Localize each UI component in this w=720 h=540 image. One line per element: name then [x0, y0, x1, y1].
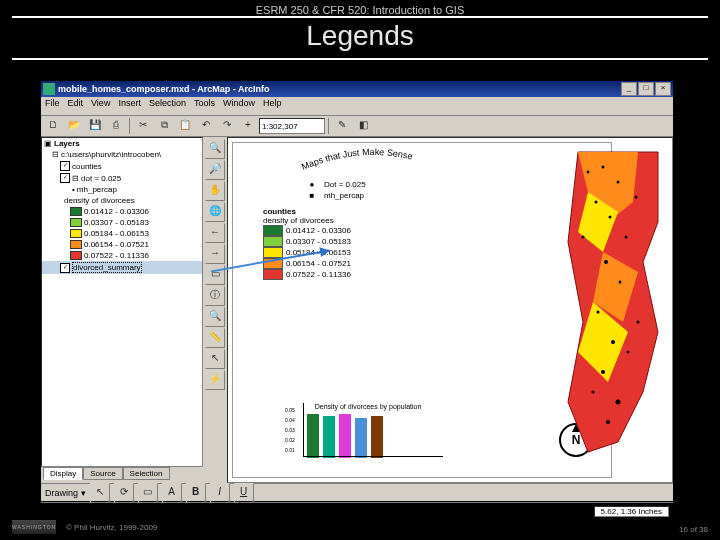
menu-selection[interactable]: Selection: [149, 98, 186, 114]
toc-class-0: 0.01412 - 0.03306: [84, 207, 149, 216]
status-bar: 5.62, 1.36 Inches: [41, 502, 673, 519]
pointer-icon[interactable]: ↖: [205, 349, 225, 369]
svg-point-4: [595, 201, 598, 204]
svg-point-3: [617, 181, 620, 184]
tab-source[interactable]: Source: [83, 467, 122, 480]
maximize-button[interactable]: □: [638, 82, 654, 96]
menu-edit[interactable]: Edit: [68, 98, 84, 114]
pan-icon[interactable]: ✋: [205, 181, 225, 201]
close-button[interactable]: ×: [655, 82, 671, 96]
bar-3: [355, 418, 367, 458]
bar-2: [339, 414, 351, 458]
arcmap-window: mobile_homes_composer.mxd - ArcMap - Arc…: [40, 80, 674, 502]
map-title-arc: Maps that Just Make Sense: [293, 145, 453, 175]
catalog-icon[interactable]: ◧: [353, 116, 373, 136]
cut-icon[interactable]: ✂: [133, 116, 153, 136]
menu-file[interactable]: File: [45, 98, 60, 114]
svg-point-16: [592, 391, 595, 394]
toc-theme: density of divorcees: [64, 196, 135, 205]
bar-1: [323, 416, 335, 458]
svg-point-17: [625, 236, 628, 239]
toc-layer-mh[interactable]: mh_percap: [77, 185, 117, 194]
svg-point-2: [602, 166, 605, 169]
drawing-toolbar: Drawing ▾ ↖ ⟳ ▭ A B I U: [41, 483, 673, 502]
full-extent-icon[interactable]: 🌐: [205, 202, 225, 222]
toc-class-3: 0.06154 - 0.07521: [84, 240, 149, 249]
app-icon: [43, 83, 55, 95]
svg-point-18: [635, 196, 638, 199]
svg-point-1: [587, 171, 590, 174]
bar-0: [307, 414, 319, 458]
toc-class-1: 0.03307 - 0.05183: [84, 218, 149, 227]
new-icon[interactable]: 🗋: [43, 116, 63, 136]
svg-point-10: [611, 340, 615, 344]
menu-window[interactable]: Window: [223, 98, 255, 114]
find-icon[interactable]: 🔍: [205, 307, 225, 327]
tab-display[interactable]: Display: [43, 467, 83, 480]
chart-bars: [293, 410, 443, 458]
bar-chart: Density of divorcees by population 0.01 …: [293, 403, 443, 473]
table-of-contents[interactable]: ▣Layers ⊟ c:\users\phurvitz\introcoben\ …: [41, 137, 203, 467]
drawing-menu[interactable]: Drawing ▾: [45, 488, 86, 498]
next-extent-icon[interactable]: →: [205, 244, 225, 264]
svg-point-15: [637, 321, 640, 324]
identify-icon[interactable]: ⓘ: [205, 286, 225, 306]
tools-toolbar: 🔍 🔎 ✋ 🌐 ← → ▭ ⓘ 🔍 📏 ↖ ⚡: [203, 137, 227, 483]
minimize-button[interactable]: _: [621, 82, 637, 96]
menu-view[interactable]: View: [91, 98, 110, 114]
italic-icon[interactable]: I: [210, 483, 230, 503]
slide-title: Legends: [12, 18, 708, 60]
svg-point-14: [627, 351, 630, 354]
coordinates-readout: 5.62, 1.36 Inches: [594, 506, 669, 517]
toc-root[interactable]: Layers: [54, 139, 80, 148]
zoom-in-icon[interactable]: 🔍: [205, 139, 225, 159]
menu-help[interactable]: Help: [263, 98, 282, 114]
editor-icon[interactable]: ✎: [332, 116, 352, 136]
copy-icon[interactable]: ⧉: [154, 116, 174, 136]
text-icon[interactable]: A: [162, 483, 182, 503]
standard-toolbar: 🗋 📂 💾 ⎙ ✂ ⧉ 📋 ↶ ↷ + ✎ ◧: [41, 116, 673, 137]
scale-input[interactable]: [259, 118, 325, 134]
course-header: ESRM 250 & CFR 520: Introduction to GIS: [12, 0, 708, 18]
svg-point-7: [604, 260, 608, 264]
california-map: [548, 142, 668, 462]
redo-icon[interactable]: ↷: [217, 116, 237, 136]
add-data-icon[interactable]: +: [238, 116, 258, 136]
svg-point-5: [609, 216, 612, 219]
hyperlink-icon[interactable]: ⚡: [205, 370, 225, 390]
svg-point-8: [619, 281, 622, 284]
toc-layer-counties[interactable]: counties: [72, 162, 102, 171]
open-icon[interactable]: 📂: [64, 116, 84, 136]
underline-icon[interactable]: U: [234, 483, 254, 503]
rectangle-icon[interactable]: ▭: [138, 483, 158, 503]
print-icon[interactable]: ⎙: [106, 116, 126, 136]
page-number: 16 of 38: [679, 525, 708, 534]
copyright: © Phil Hurvitz, 1999-2009: [66, 523, 157, 532]
save-icon[interactable]: 💾: [85, 116, 105, 136]
menu-tools[interactable]: Tools: [194, 98, 215, 114]
paste-icon[interactable]: 📋: [175, 116, 195, 136]
rotate-icon[interactable]: ⟳: [114, 483, 134, 503]
toc-selected-layer[interactable]: divorced_summary: [72, 262, 142, 273]
bar-4: [371, 416, 383, 458]
svg-point-13: [606, 420, 610, 424]
measure-icon[interactable]: 📏: [205, 328, 225, 348]
toc-class-4: 0.07522 - 0.11336: [84, 251, 149, 260]
layout-view[interactable]: Maps that Just Make Sense ●Dot = 0.025 ■…: [227, 137, 673, 483]
undo-icon[interactable]: ↶: [196, 116, 216, 136]
select-element-icon[interactable]: ↖: [90, 483, 110, 503]
bold-icon[interactable]: B: [186, 483, 206, 503]
tab-selection[interactable]: Selection: [123, 467, 170, 480]
toc-layer-dot[interactable]: dot = 0.025: [81, 174, 121, 183]
titlebar[interactable]: mobile_homes_composer.mxd - ArcMap - Arc…: [41, 81, 673, 97]
uw-logo: WASHINGTON: [12, 520, 56, 534]
prev-extent-icon[interactable]: ←: [205, 223, 225, 243]
zoom-out-icon[interactable]: 🔎: [205, 160, 225, 180]
menu-insert[interactable]: Insert: [118, 98, 141, 114]
toc-tabs: Display Source Selection: [41, 467, 203, 480]
svg-point-11: [601, 370, 605, 374]
toc-dataframe[interactable]: c:\users\phurvitz\introcoben\: [61, 150, 161, 159]
svg-text:Maps that Just Make Sense: Maps that Just Make Sense: [300, 147, 414, 172]
point-legend: ●Dot = 0.025 ■mh_percap: [303, 179, 366, 201]
svg-point-12: [616, 400, 621, 405]
